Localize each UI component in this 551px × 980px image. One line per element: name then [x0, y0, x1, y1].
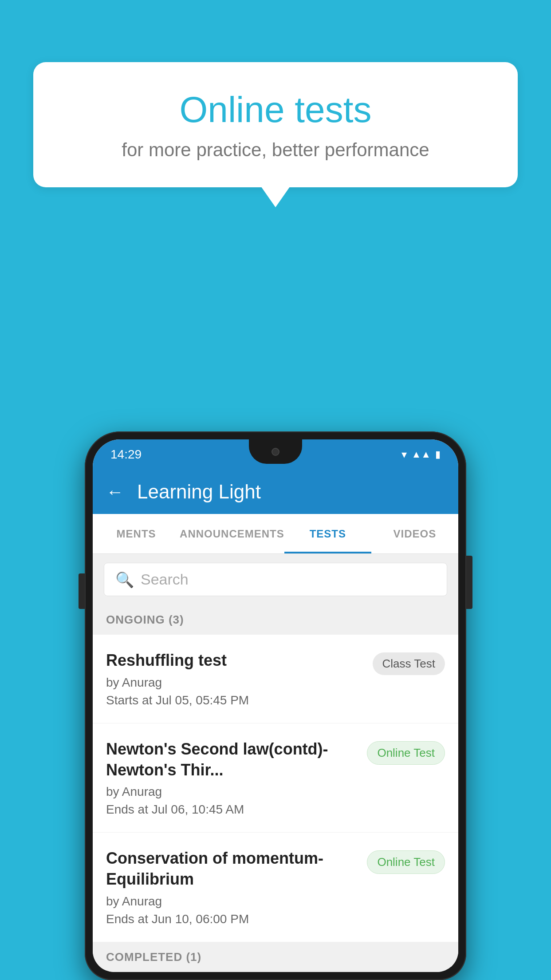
status-time: 14:29 [110, 447, 142, 462]
search-bar[interactable]: 🔍 Search [104, 563, 447, 596]
search-container: 🔍 Search [93, 554, 458, 605]
test-title-3: Conservation of momentum-Equilibrium [106, 848, 358, 890]
speech-bubble: Online tests for more practice, better p… [33, 62, 518, 187]
wifi-icon: ▾ [401, 448, 407, 461]
test-title-2: Newton's Second law(contd)-Newton's Thir… [106, 739, 358, 781]
phone-wrapper: 14:29 ▾ ▲▲ ▮ ← Learning Light [85, 431, 466, 980]
test-title-1: Reshuffling test [106, 650, 364, 671]
speech-bubble-container: Online tests for more practice, better p… [33, 62, 518, 187]
tab-bar: MENTS ANNOUNCEMENTS TESTS VIDEOS [93, 514, 458, 554]
completed-section-header: COMPLETED (1) [93, 942, 458, 972]
status-icons: ▾ ▲▲ ▮ [401, 448, 441, 461]
back-button[interactable]: ← [106, 483, 124, 501]
test-time-3: Ends at Jun 10, 06:00 PM [106, 912, 358, 926]
tab-videos[interactable]: VIDEOS [371, 514, 458, 553]
test-item-3[interactable]: Conservation of momentum-Equilibrium by … [93, 833, 458, 942]
tab-announcements[interactable]: ANNOUNCEMENTS [180, 514, 284, 553]
app-header: ← Learning Light [93, 470, 458, 514]
tab-ments[interactable]: MENTS [93, 514, 180, 553]
search-icon: 🔍 [115, 571, 134, 589]
test-info-1: Reshuffling test by Anurag Starts at Jul… [106, 650, 364, 707]
bubble-subtitle: for more practice, better performance [64, 139, 487, 161]
tab-tests[interactable]: TESTS [284, 514, 371, 553]
status-bar: 14:29 ▾ ▲▲ ▮ [93, 439, 458, 470]
app-header-title: Learning Light [137, 481, 261, 503]
test-author-1: by Anurag [106, 676, 364, 690]
signal-icon: ▲▲ [411, 449, 431, 460]
test-author-2: by Anurag [106, 785, 358, 799]
test-badge-3: Online Test [367, 850, 445, 874]
test-info-3: Conservation of momentum-Equilibrium by … [106, 848, 358, 926]
camera-dot [272, 448, 279, 456]
test-info-2: Newton's Second law(contd)-Newton's Thir… [106, 739, 358, 817]
test-time-2: Ends at Jul 06, 10:45 AM [106, 802, 358, 817]
notch [249, 439, 302, 464]
search-placeholder: Search [141, 571, 189, 588]
ongoing-section-header: ONGOING (3) [93, 605, 458, 635]
test-badge-2: Online Test [367, 741, 445, 765]
phone-screen: 14:29 ▾ ▲▲ ▮ ← Learning Light [93, 439, 458, 972]
battery-icon: ▮ [435, 449, 441, 460]
test-author-3: by Anurag [106, 894, 358, 909]
test-badge-1: Class Test [373, 652, 445, 675]
test-time-1: Starts at Jul 05, 05:45 PM [106, 693, 364, 707]
test-item-1[interactable]: Reshuffling test by Anurag Starts at Jul… [93, 635, 458, 723]
test-list: Reshuffling test by Anurag Starts at Jul… [93, 635, 458, 942]
test-item-2[interactable]: Newton's Second law(contd)-Newton's Thir… [93, 723, 458, 833]
bubble-title: Online tests [64, 89, 487, 130]
phone-outer: 14:29 ▾ ▲▲ ▮ ← Learning Light [85, 431, 466, 980]
